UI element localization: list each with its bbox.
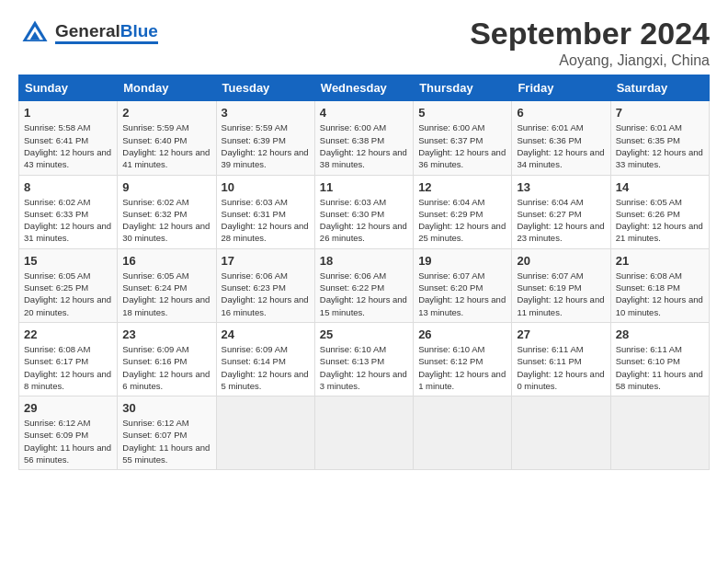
day-number: 22 [24, 327, 112, 341]
table-row: 22Sunrise: 6:08 AMSunset: 6:17 PMDayligh… [19, 322, 118, 396]
calendar-week-row: 1Sunrise: 5:58 AMSunset: 6:41 PMDaylight… [19, 101, 710, 175]
day-number: 13 [517, 180, 605, 194]
table-row: 21Sunrise: 6:08 AMSunset: 6:18 PMDayligh… [610, 248, 709, 322]
col-tuesday: Tuesday [216, 75, 314, 101]
table-row: 1Sunrise: 5:58 AMSunset: 6:41 PMDaylight… [19, 101, 118, 175]
table-row: 29Sunrise: 6:12 AMSunset: 6:09 PMDayligh… [19, 396, 118, 470]
table-row [512, 396, 610, 470]
day-number: 8 [24, 180, 112, 194]
day-number: 16 [122, 254, 210, 268]
day-number: 15 [24, 254, 112, 268]
logo-icon [18, 17, 51, 50]
day-number: 6 [517, 106, 605, 120]
day-info: Sunrise: 6:01 AMSunset: 6:35 PMDaylight:… [616, 121, 704, 170]
day-info: Sunrise: 6:06 AMSunset: 6:22 PMDaylight:… [320, 270, 408, 318]
day-number: 14 [616, 180, 704, 194]
header: GeneralBlue September 2024 Aoyang, Jiang… [18, 17, 710, 69]
day-info: Sunrise: 6:04 AMSunset: 6:27 PMDaylight:… [517, 196, 605, 245]
day-number: 20 [517, 254, 605, 268]
table-row: 11Sunrise: 6:03 AMSunset: 6:30 PMDayligh… [314, 175, 413, 248]
table-row [216, 396, 314, 470]
table-row: 5Sunrise: 6:00 AMSunset: 6:37 PMDaylight… [414, 101, 512, 175]
day-info: Sunrise: 6:08 AMSunset: 6:18 PMDaylight:… [616, 270, 704, 318]
day-number: 29 [24, 401, 112, 415]
day-number: 4 [320, 106, 408, 120]
table-row: 2Sunrise: 5:59 AMSunset: 6:40 PMDaylight… [118, 101, 216, 175]
logo: GeneralBlue [18, 17, 158, 50]
table-row: 3Sunrise: 5:59 AMSunset: 6:39 PMDaylight… [216, 101, 314, 175]
day-info: Sunrise: 6:02 AMSunset: 6:33 PMDaylight:… [24, 196, 112, 245]
calendar-table: Sunday Monday Tuesday Wednesday Thursday… [18, 75, 710, 470]
logo-text: GeneralBlue [55, 22, 158, 44]
day-number: 30 [122, 401, 210, 415]
table-row [314, 396, 413, 470]
calendar-header-row: Sunday Monday Tuesday Wednesday Thursday… [19, 75, 710, 101]
col-saturday: Saturday [610, 75, 709, 101]
table-row: 30Sunrise: 6:12 AMSunset: 6:07 PMDayligh… [118, 396, 216, 470]
day-number: 5 [418, 106, 506, 120]
day-info: Sunrise: 6:11 AMSunset: 6:11 PMDaylight:… [517, 343, 605, 392]
title-block: September 2024 Aoyang, Jiangxi, China [470, 17, 710, 69]
location: Aoyang, Jiangxi, China [470, 52, 710, 69]
calendar-week-row: 8Sunrise: 6:02 AMSunset: 6:33 PMDaylight… [19, 175, 710, 248]
table-row: 17Sunrise: 6:06 AMSunset: 6:23 PMDayligh… [216, 248, 314, 322]
day-info: Sunrise: 6:04 AMSunset: 6:29 PMDaylight:… [418, 196, 506, 245]
day-number: 26 [418, 327, 506, 341]
table-row: 8Sunrise: 6:02 AMSunset: 6:33 PMDaylight… [19, 175, 118, 248]
day-info: Sunrise: 6:06 AMSunset: 6:23 PMDaylight:… [222, 270, 310, 318]
calendar-week-row: 29Sunrise: 6:12 AMSunset: 6:09 PMDayligh… [19, 396, 710, 470]
calendar-container: GeneralBlue September 2024 Aoyang, Jiang… [0, 0, 728, 479]
day-info: Sunrise: 5:58 AMSunset: 6:41 PMDaylight:… [24, 121, 112, 170]
col-friday: Friday [512, 75, 610, 101]
table-row: 25Sunrise: 6:10 AMSunset: 6:13 PMDayligh… [314, 322, 413, 396]
day-number: 11 [320, 180, 408, 194]
day-number: 7 [616, 106, 704, 120]
day-number: 24 [222, 327, 310, 341]
day-info: Sunrise: 6:09 AMSunset: 6:14 PMDaylight:… [222, 343, 310, 392]
table-row [610, 396, 709, 470]
table-row: 15Sunrise: 6:05 AMSunset: 6:25 PMDayligh… [19, 248, 118, 322]
day-info: Sunrise: 6:10 AMSunset: 6:12 PMDaylight:… [418, 343, 506, 392]
calendar-week-row: 15Sunrise: 6:05 AMSunset: 6:25 PMDayligh… [19, 248, 710, 322]
day-number: 23 [122, 327, 210, 341]
table-row: 23Sunrise: 6:09 AMSunset: 6:16 PMDayligh… [118, 322, 216, 396]
day-info: Sunrise: 6:07 AMSunset: 6:20 PMDaylight:… [418, 270, 506, 318]
table-row: 9Sunrise: 6:02 AMSunset: 6:32 PMDaylight… [118, 175, 216, 248]
day-info: Sunrise: 6:05 AMSunset: 6:24 PMDaylight:… [122, 270, 210, 318]
day-info: Sunrise: 5:59 AMSunset: 6:40 PMDaylight:… [122, 121, 210, 170]
day-info: Sunrise: 6:02 AMSunset: 6:32 PMDaylight:… [122, 196, 210, 245]
day-number: 21 [616, 254, 704, 268]
table-row: 12Sunrise: 6:04 AMSunset: 6:29 PMDayligh… [414, 175, 512, 248]
table-row: 18Sunrise: 6:06 AMSunset: 6:22 PMDayligh… [314, 248, 413, 322]
table-row: 27Sunrise: 6:11 AMSunset: 6:11 PMDayligh… [512, 322, 610, 396]
day-number: 28 [616, 327, 704, 341]
table-row: 13Sunrise: 6:04 AMSunset: 6:27 PMDayligh… [512, 175, 610, 248]
day-number: 9 [122, 180, 210, 194]
table-row: 19Sunrise: 6:07 AMSunset: 6:20 PMDayligh… [414, 248, 512, 322]
col-sunday: Sunday [19, 75, 118, 101]
day-info: Sunrise: 5:59 AMSunset: 6:39 PMDaylight:… [222, 121, 310, 170]
day-info: Sunrise: 6:03 AMSunset: 6:31 PMDaylight:… [222, 196, 310, 245]
day-info: Sunrise: 6:11 AMSunset: 6:10 PMDaylight:… [616, 343, 704, 392]
table-row: 28Sunrise: 6:11 AMSunset: 6:10 PMDayligh… [610, 322, 709, 396]
col-monday: Monday [118, 75, 216, 101]
table-row: 16Sunrise: 6:05 AMSunset: 6:24 PMDayligh… [118, 248, 216, 322]
table-row: 24Sunrise: 6:09 AMSunset: 6:14 PMDayligh… [216, 322, 314, 396]
day-number: 19 [418, 254, 506, 268]
calendar-week-row: 22Sunrise: 6:08 AMSunset: 6:17 PMDayligh… [19, 322, 710, 396]
col-thursday: Thursday [414, 75, 512, 101]
day-number: 17 [222, 254, 310, 268]
table-row: 6Sunrise: 6:01 AMSunset: 6:36 PMDaylight… [512, 101, 610, 175]
day-info: Sunrise: 6:07 AMSunset: 6:19 PMDaylight:… [517, 270, 605, 318]
day-number: 2 [122, 106, 210, 120]
day-info: Sunrise: 6:03 AMSunset: 6:30 PMDaylight:… [320, 196, 408, 245]
table-row: 20Sunrise: 6:07 AMSunset: 6:19 PMDayligh… [512, 248, 610, 322]
day-info: Sunrise: 6:05 AMSunset: 6:26 PMDaylight:… [616, 196, 704, 245]
table-row: 10Sunrise: 6:03 AMSunset: 6:31 PMDayligh… [216, 175, 314, 248]
table-row: 4Sunrise: 6:00 AMSunset: 6:38 PMDaylight… [314, 101, 413, 175]
day-info: Sunrise: 6:10 AMSunset: 6:13 PMDaylight:… [320, 343, 408, 392]
day-info: Sunrise: 6:08 AMSunset: 6:17 PMDaylight:… [24, 343, 112, 392]
day-info: Sunrise: 6:09 AMSunset: 6:16 PMDaylight:… [122, 343, 210, 392]
day-number: 10 [222, 180, 310, 194]
day-number: 3 [222, 106, 310, 120]
